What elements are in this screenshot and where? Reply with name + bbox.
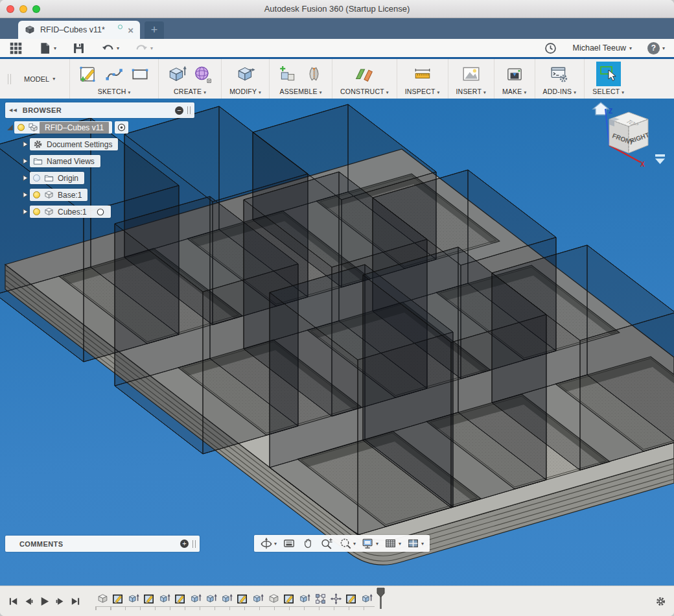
browser-item-named-views[interactable]: Named Views: [5, 154, 200, 169]
ribbon-tab-modify[interactable]: MODIFY ▾: [229, 88, 261, 95]
scripts-icon[interactable]: [549, 63, 570, 85]
browser-item-cubes[interactable]: Cubes:1: [5, 204, 200, 219]
select-icon[interactable]: [596, 62, 621, 86]
timeline-feature-sketch[interactable]: [173, 593, 188, 606]
ribbon-tab-insert[interactable]: INSERT ▾: [456, 88, 486, 95]
view-cube[interactable]: Z X FRONT RIGHT TOP: [588, 100, 669, 178]
timeline-feature-extrude[interactable]: [157, 593, 172, 606]
ribbon-tab-make[interactable]: MAKE ▾: [502, 88, 527, 95]
timeline-feature-sketch[interactable]: [344, 593, 359, 606]
image-icon[interactable]: [461, 63, 482, 85]
account-menu[interactable]: Michael Teeuw ▾: [573, 43, 632, 53]
timeline-feature-extrude[interactable]: [297, 593, 312, 606]
zoom-window-tool[interactable]: ▾: [339, 537, 356, 550]
save-button[interactable]: [72, 41, 86, 55]
titlebar[interactable]: Autodesk Fusion 360 (Startup License): [0, 0, 674, 18]
timeline-feature-sketch[interactable]: [111, 593, 126, 606]
expander-closed-icon[interactable]: [22, 208, 29, 215]
orbit-tool[interactable]: ▾: [260, 537, 277, 550]
timeline-feature-pattern[interactable]: [313, 593, 328, 606]
viewports-tool[interactable]: ▾: [407, 537, 424, 550]
form-icon[interactable]: [192, 63, 213, 85]
browser-item-base[interactable]: Base:1: [5, 187, 200, 202]
radio-unselected-icon[interactable]: [96, 207, 105, 217]
job-status-button[interactable]: [544, 41, 557, 55]
timeline-feature-move[interactable]: [329, 593, 343, 606]
timeline-settings-button[interactable]: [655, 596, 666, 607]
timeline-ruler[interactable]: [95, 606, 375, 610]
step-back-button[interactable]: [23, 596, 34, 607]
ribbon-tab-select[interactable]: SELECT ▾: [592, 88, 624, 95]
collapse-panel-icon[interactable]: ◀◀: [9, 108, 17, 113]
help-menu[interactable]: ? ▾: [647, 42, 665, 54]
expander-closed-icon[interactable]: [22, 191, 29, 198]
timeline-feature-extrude[interactable]: [251, 593, 266, 606]
new-component-icon[interactable]: [277, 63, 298, 85]
visibility-bulb-icon[interactable]: [17, 124, 25, 131]
print-icon[interactable]: [504, 63, 525, 85]
visibility-bulb-icon[interactable]: [33, 191, 40, 198]
zoom-tool[interactable]: [320, 537, 333, 550]
redo-button[interactable]: ▾: [135, 41, 153, 55]
timeline-feature-extrude[interactable]: [189, 593, 203, 606]
close-window-button[interactable]: [6, 5, 14, 13]
model-viewport[interactable]: ◀◀ BROWSER − RFID–Cubes v11: [0, 99, 674, 586]
new-tab-button[interactable]: +: [145, 21, 164, 39]
press-pull-icon[interactable]: [235, 63, 256, 85]
ribbon-tab-inspect[interactable]: INSPECT ▾: [405, 88, 440, 95]
viewcube-menu-icon[interactable]: [655, 154, 665, 164]
browser-item-root[interactable]: RFID–Cubes v11: [5, 120, 200, 135]
timeline-feature-sketch[interactable]: [282, 593, 297, 606]
ribbon-tab-sketch[interactable]: SKETCH ▾: [98, 88, 131, 95]
timeline-position-marker[interactable]: [376, 587, 386, 610]
app-grid-button[interactable]: [9, 41, 23, 55]
browser-item-origin[interactable]: Origin: [5, 171, 200, 185]
browser-item-document-settings[interactable]: Document Settings: [5, 137, 200, 152]
file-new-button[interactable]: ▾: [38, 41, 56, 55]
activate-component-radio[interactable]: [115, 121, 128, 134]
workspace-selector[interactable]: MODEL ▾: [17, 75, 69, 83]
ribbon-tab-assemble[interactable]: ASSEMBLE ▾: [279, 88, 321, 95]
rectangle-icon[interactable]: [130, 63, 150, 85]
extrude-icon[interactable]: [167, 63, 187, 85]
joint-icon[interactable]: [303, 63, 324, 85]
spline-icon[interactable]: [104, 63, 124, 85]
expander-closed-icon[interactable]: [22, 158, 29, 165]
panel-resize-grip[interactable]: [187, 106, 191, 114]
timeline-feature-extrude[interactable]: [204, 593, 219, 606]
timeline-feature-component[interactable]: [266, 593, 281, 606]
create-sketch-icon[interactable]: [78, 63, 99, 85]
add-comment-icon[interactable]: +: [180, 539, 189, 548]
toolbar-grip[interactable]: [8, 74, 11, 84]
go-to-end-button[interactable]: [70, 596, 81, 607]
viewcube-body[interactable]: FRONT RIGHT TOP: [609, 112, 650, 153]
panel-resize-grip[interactable]: [192, 540, 196, 548]
timeline-feature-extrude[interactable]: [360, 593, 375, 606]
step-forward-button[interactable]: [54, 596, 65, 607]
play-button[interactable]: [39, 596, 50, 607]
ribbon-tab-add-ins[interactable]: ADD-INS ▾: [543, 88, 577, 95]
close-tab-icon[interactable]: ×: [128, 25, 134, 35]
comments-panel[interactable]: COMMENTS +: [5, 536, 200, 552]
ribbon-tab-construct[interactable]: CONSTRUCT ▾: [340, 88, 389, 95]
undo-button[interactable]: ▾: [101, 41, 119, 55]
expander-closed-icon[interactable]: [22, 141, 29, 148]
hide-panel-icon[interactable]: −: [175, 106, 183, 115]
timeline-feature-sketch[interactable]: [142, 593, 157, 606]
pan-tool[interactable]: [301, 537, 314, 550]
plane-icon[interactable]: [354, 63, 375, 85]
ribbon-tab-create[interactable]: CREATE ▾: [174, 88, 206, 95]
timeline-feature-extrude[interactable]: [220, 593, 235, 606]
browser-header[interactable]: ◀◀ BROWSER −: [5, 102, 194, 118]
minimize-window-button[interactable]: [19, 5, 27, 13]
look-at-tool[interactable]: [283, 537, 296, 550]
zoom-window-button[interactable]: [32, 5, 40, 13]
go-to-start-button[interactable]: [8, 596, 19, 607]
timeline-feature-component[interactable]: [95, 593, 110, 606]
display-settings-tool[interactable]: ▾: [362, 537, 378, 550]
document-tab[interactable]: RFID–Cubes v11* ×: [18, 21, 140, 39]
measure-icon[interactable]: [412, 63, 433, 85]
grid-display-tool[interactable]: ▾: [384, 537, 401, 550]
visibility-bulb-off-icon[interactable]: [33, 174, 40, 182]
visibility-bulb-icon[interactable]: [33, 208, 40, 215]
